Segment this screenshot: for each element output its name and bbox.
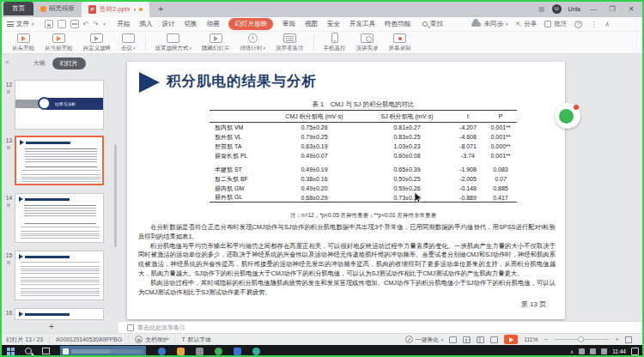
app-icon[interactable] [234,348,241,355]
menu-devtools[interactable]: 开发工具 [349,20,375,28]
slide-canvas[interactable]: 积分肌电的结果与分析 表 1 CMJ 与 SJ 的积分肌电的对比 CMJ 积分肌… [127,62,565,319]
save-icon[interactable] [45,20,53,28]
notes-bar[interactable]: 单击此处添加备注 [118,321,644,333]
presenter-notes-button[interactable]: 演示者备注 [270,33,309,53]
app-icon[interactable] [196,348,204,355]
mouse-cursor [414,192,424,204]
menu-slideshow-active[interactable]: 幻灯片放映 [228,18,273,30]
mini-title-triangle [19,197,23,202]
start-button[interactable] [7,348,15,355]
taskbar-search-icon[interactable] [25,348,32,354]
panel-scrollbar[interactable] [114,144,117,247]
task-view-icon[interactable] [42,348,50,354]
setup-show-button[interactable]: 设置放映方式▾ [150,33,197,53]
quickbar-caret-icon[interactable]: ▾ [103,21,106,27]
add-slide-button[interactable]: + [43,321,60,333]
sync-status[interactable]: 未同步 ▾ [471,20,507,28]
slides-tab[interactable]: 幻灯片 [52,57,86,70]
menu-animation[interactable]: 动画 [206,20,219,28]
mini-title-line [26,142,70,144]
zoom-slider[interactable] [554,339,609,340]
active-app-button[interactable] [60,346,146,356]
slide-thumbnail-13-selected[interactable] [15,136,104,185]
close-button[interactable]: ✕ [625,5,637,13]
app-icon[interactable] [215,348,222,355]
meeting-button[interactable]: 会议▾ [116,33,141,53]
app-icon[interactable] [252,348,260,355]
lecture-record-button[interactable]: 演讲实录 [351,33,384,53]
file-explorer-icon[interactable] [177,348,185,355]
new-tab-button[interactable]: + [158,4,163,14]
phone-remote-button[interactable]: 手机遥控 [319,33,351,53]
one-click-beautify-button[interactable]: 一键美化 ▾ [405,336,444,344]
help-icon[interactable]: ? [574,21,582,28]
clock[interactable]: 11:44 [612,348,626,354]
volume-icon[interactable] [601,348,607,354]
meeting-caret-icon: ▾ [133,45,136,51]
reading-view-icon[interactable] [477,336,484,343]
slide-thumbnail-12[interactable]: 结果与分析 [15,80,104,130]
slide-thumbnail-16[interactable] [15,308,104,320]
share-button[interactable]: ⇱ 分享 [515,20,537,28]
menu-start[interactable]: 开始 [117,20,130,28]
home-tab[interactable]: 首页 [3,2,33,15]
restore-button[interactable]: ❐ [606,5,618,13]
find-button[interactable]: 查找 [422,20,443,28]
zoom-slider-knob[interactable] [578,336,584,342]
play-from-current-button[interactable]: 从当前开始 [39,33,78,53]
zoom-out-icon[interactable]: − [544,336,549,343]
tray-icon[interactable] [579,348,585,354]
default-font-toggle[interactable]: T 默认字体 [175,336,216,344]
table-note: 注：n=12，*p<0.05 差异性显著；**p<0.01 差异性非常显著 [210,212,517,220]
comment-button[interactable]: 批注 [544,20,567,28]
menu-features[interactable]: 特色功能 [385,20,410,28]
notification-center-icon[interactable] [631,348,639,355]
menu-review[interactable]: 审阅 [283,20,295,28]
rehearse-timing-button[interactable]: 排练计时▾ [235,33,271,53]
custom-show-button[interactable]: 自定义放映 [78,33,117,53]
slide-counter: 幻灯片 13 / 23 [0,336,50,344]
slide-thumbnail-14[interactable] [15,193,104,243]
collapse-ribbon-icon[interactable]: ∧ [605,21,610,28]
hide-slide-button[interactable]: 隐藏幻灯片 [197,33,235,53]
meeting-icon [122,33,135,43]
zoom-level[interactable]: 111% [524,336,538,342]
zoom-in-icon[interactable]: + [615,336,619,343]
school-logo-icon [38,97,51,110]
status-bar: 幻灯片 13 / 23 A000120140530A9PPBG ◉ 文档保护 T… [0,333,644,345]
tray-expand-icon[interactable]: ∧ [570,348,574,354]
redo-icon[interactable]: ↷ [93,21,99,28]
slide-thumbnail-15[interactable] [15,251,104,300]
floating-assistant-icon[interactable] [555,103,580,129]
minimize-button[interactable]: — [587,5,599,13]
play-from-beginning-button[interactable]: 从头开始 [7,33,39,53]
fit-slide-icon[interactable] [625,336,632,343]
edge-browser-icon[interactable] [158,348,166,355]
document-tab[interactable]: P 答辩2.pptx ▾ [82,2,149,17]
menu-bar: 文件 ▾ ↶ ↷ ▾ 开始 插入 设计 切换 动画 幻灯片放映 审阅 视图 安全… [0,17,644,32]
unsaved-dot-icon [139,8,143,11]
document-protect-toggle[interactable]: ◉ 文档保护 [129,336,175,344]
notes-view-icon[interactable] [490,336,498,343]
menu-design[interactable]: 设计 [161,20,174,28]
slide-indicator-icon [7,203,10,207]
outline-tab[interactable]: 大纲 [33,59,46,68]
menu-insert[interactable]: 插入 [139,20,152,28]
file-menu[interactable]: 文件 ▾ [0,20,39,28]
slideshow-play-button[interactable] [504,335,518,344]
export-icon[interactable] [58,20,66,28]
menu-security[interactable]: 安全 [327,20,340,28]
more-options-icon[interactable]: ⋮ [590,21,597,28]
template-tab[interactable]: 稻壳模板 [33,2,82,15]
normal-view-icon[interactable] [449,336,457,343]
network-icon[interactable] [590,348,596,354]
active-app-icon [63,348,69,354]
undo-icon[interactable]: ↶ [83,21,89,28]
user-avatar[interactable]: U [552,4,562,14]
menu-transition[interactable]: 切换 [184,20,197,28]
screen-record-button[interactable]: 屏幕录制 [384,33,416,53]
print-icon[interactable] [70,20,79,28]
slide-sorter-view-icon[interactable] [463,336,471,343]
apps-grid-icon[interactable]: ▦ [538,5,545,13]
menu-view[interactable]: 视图 [305,20,318,28]
